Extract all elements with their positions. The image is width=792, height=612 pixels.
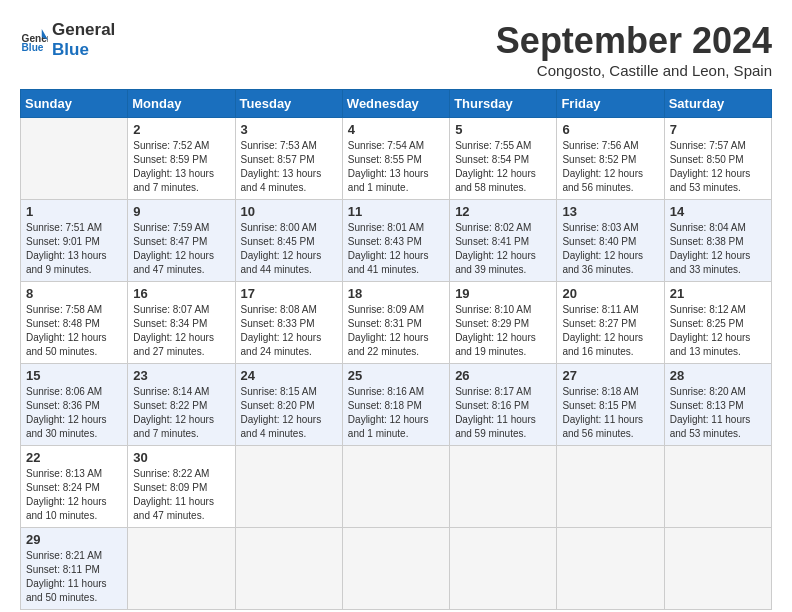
calendar-cell: 3 Sunrise: 7:53 AM Sunset: 8:57 PM Dayli… — [235, 118, 342, 200]
day-info: Sunrise: 8:13 AM Sunset: 8:24 PM Dayligh… — [26, 467, 122, 523]
day-info: Sunrise: 7:53 AM Sunset: 8:57 PM Dayligh… — [241, 139, 337, 195]
day-number: 20 — [562, 286, 658, 301]
day-number: 12 — [455, 204, 551, 219]
location-subtitle: Congosto, Castille and Leon, Spain — [496, 62, 772, 79]
calendar-cell — [450, 528, 557, 610]
calendar-cell: 29 Sunrise: 8:21 AM Sunset: 8:11 PM Dayl… — [21, 528, 128, 610]
calendar-cell: 25 Sunrise: 8:16 AM Sunset: 8:18 PM Dayl… — [342, 364, 449, 446]
calendar-cell — [664, 446, 771, 528]
calendar-cell: 11 Sunrise: 8:01 AM Sunset: 8:43 PM Dayl… — [342, 200, 449, 282]
day-number: 3 — [241, 122, 337, 137]
day-number: 17 — [241, 286, 337, 301]
calendar-cell — [21, 118, 128, 200]
calendar-cell — [128, 528, 235, 610]
day-info: Sunrise: 8:04 AM Sunset: 8:38 PM Dayligh… — [670, 221, 766, 277]
calendar-cell: 24 Sunrise: 8:15 AM Sunset: 8:20 PM Dayl… — [235, 364, 342, 446]
calendar-cell: 20 Sunrise: 8:11 AM Sunset: 8:27 PM Dayl… — [557, 282, 664, 364]
calendar-cell: 15 Sunrise: 8:06 AM Sunset: 8:36 PM Dayl… — [21, 364, 128, 446]
day-info: Sunrise: 8:15 AM Sunset: 8:20 PM Dayligh… — [241, 385, 337, 441]
calendar-cell: 10 Sunrise: 8:00 AM Sunset: 8:45 PM Dayl… — [235, 200, 342, 282]
day-number: 30 — [133, 450, 229, 465]
day-number: 6 — [562, 122, 658, 137]
calendar-cell — [235, 528, 342, 610]
day-info: Sunrise: 7:56 AM Sunset: 8:52 PM Dayligh… — [562, 139, 658, 195]
weekday-header-friday: Friday — [557, 90, 664, 118]
weekday-header-sunday: Sunday — [21, 90, 128, 118]
calendar-cell: 4 Sunrise: 7:54 AM Sunset: 8:55 PM Dayli… — [342, 118, 449, 200]
logo: General Blue General Blue — [20, 20, 115, 59]
calendar-cell: 14 Sunrise: 8:04 AM Sunset: 8:38 PM Dayl… — [664, 200, 771, 282]
day-number: 1 — [26, 204, 122, 219]
calendar-cell: 23 Sunrise: 8:14 AM Sunset: 8:22 PM Dayl… — [128, 364, 235, 446]
calendar-cell: 7 Sunrise: 7:57 AM Sunset: 8:50 PM Dayli… — [664, 118, 771, 200]
day-info: Sunrise: 8:21 AM Sunset: 8:11 PM Dayligh… — [26, 549, 122, 605]
day-info: Sunrise: 8:09 AM Sunset: 8:31 PM Dayligh… — [348, 303, 444, 359]
day-number: 21 — [670, 286, 766, 301]
day-number: 2 — [133, 122, 229, 137]
logo-general: General — [52, 20, 115, 40]
calendar-cell: 27 Sunrise: 8:18 AM Sunset: 8:15 PM Dayl… — [557, 364, 664, 446]
day-info: Sunrise: 8:01 AM Sunset: 8:43 PM Dayligh… — [348, 221, 444, 277]
weekday-header-monday: Monday — [128, 90, 235, 118]
day-info: Sunrise: 8:22 AM Sunset: 8:09 PM Dayligh… — [133, 467, 229, 523]
calendar-cell: 16 Sunrise: 8:07 AM Sunset: 8:34 PM Dayl… — [128, 282, 235, 364]
day-number: 22 — [26, 450, 122, 465]
day-number: 29 — [26, 532, 122, 547]
day-number: 7 — [670, 122, 766, 137]
day-info: Sunrise: 8:03 AM Sunset: 8:40 PM Dayligh… — [562, 221, 658, 277]
day-info: Sunrise: 8:20 AM Sunset: 8:13 PM Dayligh… — [670, 385, 766, 441]
day-info: Sunrise: 7:54 AM Sunset: 8:55 PM Dayligh… — [348, 139, 444, 195]
weekday-header-saturday: Saturday — [664, 90, 771, 118]
calendar-cell: 26 Sunrise: 8:17 AM Sunset: 8:16 PM Dayl… — [450, 364, 557, 446]
day-number: 19 — [455, 286, 551, 301]
svg-text:Blue: Blue — [22, 41, 44, 52]
day-number: 27 — [562, 368, 658, 383]
weekday-header-thursday: Thursday — [450, 90, 557, 118]
day-info: Sunrise: 8:18 AM Sunset: 8:15 PM Dayligh… — [562, 385, 658, 441]
month-year-title: September 2024 — [496, 20, 772, 62]
logo-blue: Blue — [52, 40, 115, 60]
day-number: 11 — [348, 204, 444, 219]
day-info: Sunrise: 8:00 AM Sunset: 8:45 PM Dayligh… — [241, 221, 337, 277]
day-info: Sunrise: 8:10 AM Sunset: 8:29 PM Dayligh… — [455, 303, 551, 359]
calendar-cell: 1 Sunrise: 7:51 AM Sunset: 9:01 PM Dayli… — [21, 200, 128, 282]
day-number: 14 — [670, 204, 766, 219]
calendar-cell — [557, 528, 664, 610]
logo-icon: General Blue — [20, 26, 48, 54]
day-info: Sunrise: 8:06 AM Sunset: 8:36 PM Dayligh… — [26, 385, 122, 441]
day-info: Sunrise: 8:17 AM Sunset: 8:16 PM Dayligh… — [455, 385, 551, 441]
day-number: 28 — [670, 368, 766, 383]
calendar-cell: 13 Sunrise: 8:03 AM Sunset: 8:40 PM Dayl… — [557, 200, 664, 282]
calendar-cell: 2 Sunrise: 7:52 AM Sunset: 8:59 PM Dayli… — [128, 118, 235, 200]
day-info: Sunrise: 8:02 AM Sunset: 8:41 PM Dayligh… — [455, 221, 551, 277]
calendar-cell: 17 Sunrise: 8:08 AM Sunset: 8:33 PM Dayl… — [235, 282, 342, 364]
day-number: 15 — [26, 368, 122, 383]
day-info: Sunrise: 8:12 AM Sunset: 8:25 PM Dayligh… — [670, 303, 766, 359]
day-number: 18 — [348, 286, 444, 301]
day-info: Sunrise: 7:58 AM Sunset: 8:48 PM Dayligh… — [26, 303, 122, 359]
calendar-cell: 5 Sunrise: 7:55 AM Sunset: 8:54 PM Dayli… — [450, 118, 557, 200]
day-info: Sunrise: 7:57 AM Sunset: 8:50 PM Dayligh… — [670, 139, 766, 195]
day-number: 10 — [241, 204, 337, 219]
day-info: Sunrise: 8:07 AM Sunset: 8:34 PM Dayligh… — [133, 303, 229, 359]
day-number: 16 — [133, 286, 229, 301]
weekday-header-tuesday: Tuesday — [235, 90, 342, 118]
calendar-cell — [664, 528, 771, 610]
day-info: Sunrise: 8:16 AM Sunset: 8:18 PM Dayligh… — [348, 385, 444, 441]
day-info: Sunrise: 8:08 AM Sunset: 8:33 PM Dayligh… — [241, 303, 337, 359]
calendar-cell: 12 Sunrise: 8:02 AM Sunset: 8:41 PM Dayl… — [450, 200, 557, 282]
day-info: Sunrise: 8:14 AM Sunset: 8:22 PM Dayligh… — [133, 385, 229, 441]
calendar-cell — [557, 446, 664, 528]
day-info: Sunrise: 7:55 AM Sunset: 8:54 PM Dayligh… — [455, 139, 551, 195]
header: General Blue General Blue September 2024… — [20, 20, 772, 79]
day-info: Sunrise: 8:11 AM Sunset: 8:27 PM Dayligh… — [562, 303, 658, 359]
calendar-cell: 30 Sunrise: 8:22 AM Sunset: 8:09 PM Dayl… — [128, 446, 235, 528]
calendar-cell — [450, 446, 557, 528]
calendar-cell — [342, 446, 449, 528]
calendar-cell: 18 Sunrise: 8:09 AM Sunset: 8:31 PM Dayl… — [342, 282, 449, 364]
calendar-cell: 8 Sunrise: 7:58 AM Sunset: 8:48 PM Dayli… — [21, 282, 128, 364]
day-number: 13 — [562, 204, 658, 219]
calendar-cell: 19 Sunrise: 8:10 AM Sunset: 8:29 PM Dayl… — [450, 282, 557, 364]
calendar-table: SundayMondayTuesdayWednesdayThursdayFrid… — [20, 89, 772, 610]
calendar-cell: 28 Sunrise: 8:20 AM Sunset: 8:13 PM Dayl… — [664, 364, 771, 446]
